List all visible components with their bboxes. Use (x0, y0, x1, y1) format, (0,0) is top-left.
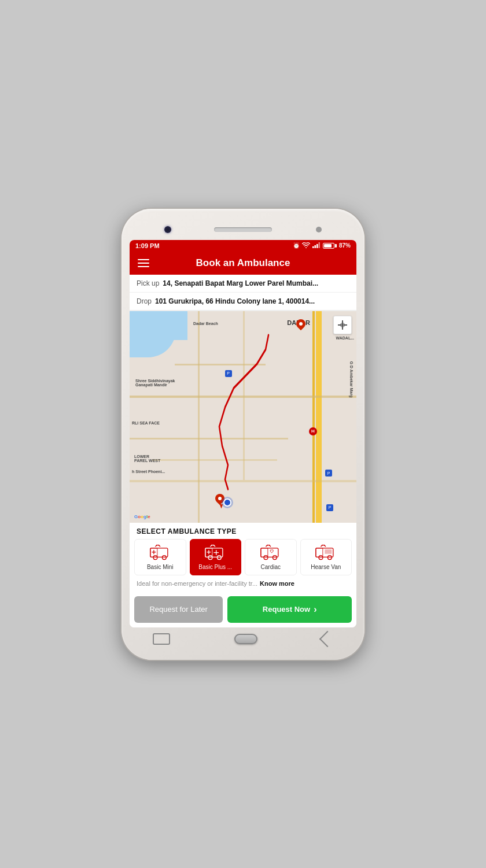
drop-value: 101 Gurukripa, 66 Hindu Colony lane 1, 4… (155, 297, 315, 305)
svg-point-35 (319, 555, 323, 559)
hamburger-menu-button[interactable] (138, 259, 149, 267)
svg-rect-0 (312, 246, 314, 248)
know-more-link[interactable]: Know more (260, 580, 294, 587)
basic-mini-label: Basic Mini (147, 564, 174, 570)
request-now-button[interactable]: Request Now › (227, 596, 352, 623)
basic-plus-label: Basic Plus ... (198, 564, 232, 570)
ambulance-card-basic-plus[interactable]: Basic Plus ... (190, 539, 242, 575)
description-row: Ideal for non-emergency or inter-facilit… (130, 575, 356, 592)
status-bar: 1:09 PM ⏰ (130, 240, 356, 252)
signal-icon (312, 242, 321, 249)
svg-point-11 (162, 555, 166, 559)
svg-point-29 (324, 544, 325, 545)
svg-point-36 (328, 555, 332, 559)
map-background: Dadar Beach DADAR Shree SiddhivinayakGan… (130, 311, 356, 523)
svg-point-20 (208, 555, 212, 559)
camera-dot (164, 226, 171, 233)
crosshair-icon (338, 320, 347, 330)
pickup-value: 14, Senapati Bapat Marg Lower Parel Mumb… (163, 279, 318, 287)
wifi-icon (302, 242, 310, 249)
svg-point-12 (211, 544, 212, 545)
svg-point-23 (268, 544, 270, 545)
bus-stop-3: P (326, 504, 333, 511)
phone-device: 1:09 PM ⏰ (122, 209, 365, 660)
speaker-grille (214, 227, 272, 232)
hospital-icon: H (309, 427, 317, 435)
map-container[interactable]: Dadar Beach DADAR Shree SiddhivinayakGan… (130, 311, 356, 523)
phone-screen: 1:09 PM ⏰ (130, 240, 356, 627)
sensor-dot (316, 227, 322, 232)
svg-point-21 (218, 555, 222, 559)
ambulance-type-header: SELECT AMBULANCE TYPE (130, 523, 356, 539)
ambulance-card-cardiac[interactable]: Cardiac (245, 539, 297, 575)
svg-point-5 (158, 544, 159, 545)
svg-rect-33 (325, 551, 332, 552)
svg-rect-34 (325, 552, 332, 553)
user-location-dot (223, 498, 231, 507)
app-title: Book an Ambulance (155, 257, 331, 269)
cardiac-label: Cardiac (261, 564, 281, 570)
nav-recent-button[interactable] (153, 633, 170, 645)
ambulance-card-hearse-van[interactable]: Hearse Van (300, 539, 352, 575)
basic-plus-icon (203, 544, 228, 562)
bottom-section: SELECT AMBULANCE TYPE (130, 523, 356, 627)
destination-pin (296, 319, 305, 331)
google-logo: Google (134, 514, 150, 519)
action-buttons: Request for Later Request Now › (130, 592, 356, 627)
cardiac-icon (258, 544, 284, 562)
status-time: 1:09 PM (135, 242, 160, 249)
battery-icon (323, 243, 337, 249)
phone-top-bar (130, 219, 356, 240)
route-path (130, 311, 356, 523)
status-right: ⏰ (293, 242, 351, 249)
hearse-van-label: Hearse Van (311, 564, 341, 570)
ambulance-description: Ideal for non-emergency or inter-facilit… (137, 580, 257, 587)
svg-point-26 (264, 555, 268, 559)
drop-row[interactable]: Drop 101 Gurukripa, 66 Hindu Colony lane… (130, 293, 356, 311)
alarm-icon: ⏰ (293, 242, 300, 249)
svg-rect-3 (318, 242, 320, 248)
pickup-label: Pick up (137, 279, 159, 287)
nav-home-button[interactable] (234, 634, 257, 644)
bus-stop-2: P (325, 470, 332, 477)
svg-rect-32 (325, 549, 332, 551)
app-header: Book an Ambulance (130, 252, 356, 275)
phone-bottom-bar (130, 627, 356, 649)
pickup-row[interactable]: Pick up 14, Senapati Bapat Marg Lower Pa… (130, 275, 356, 293)
basic-mini-icon (148, 544, 173, 562)
svg-rect-1 (314, 245, 316, 248)
bus-stop-1: P (225, 370, 232, 377)
center-map-button[interactable] (333, 316, 352, 334)
ambulance-options: Basic Mini (130, 539, 356, 575)
svg-point-22 (267, 544, 268, 545)
request-now-label: Request Now (263, 605, 310, 614)
nav-back-button[interactable] (319, 630, 336, 647)
svg-rect-2 (316, 244, 318, 248)
request-later-button[interactable]: Request for Later (134, 596, 223, 623)
drop-label: Drop (137, 297, 152, 305)
svg-point-13 (213, 544, 215, 545)
battery-percentage: 87% (339, 242, 351, 249)
svg-point-28 (322, 544, 323, 545)
hearse-van-icon (313, 544, 338, 562)
svg-point-10 (153, 555, 157, 559)
svg-point-27 (273, 555, 277, 559)
address-section: Pick up 14, Senapati Bapat Marg Lower Pa… (130, 275, 356, 311)
svg-point-4 (156, 544, 157, 545)
request-now-chevron: › (314, 604, 316, 615)
ambulance-card-basic-mini[interactable]: Basic Mini (134, 539, 186, 575)
